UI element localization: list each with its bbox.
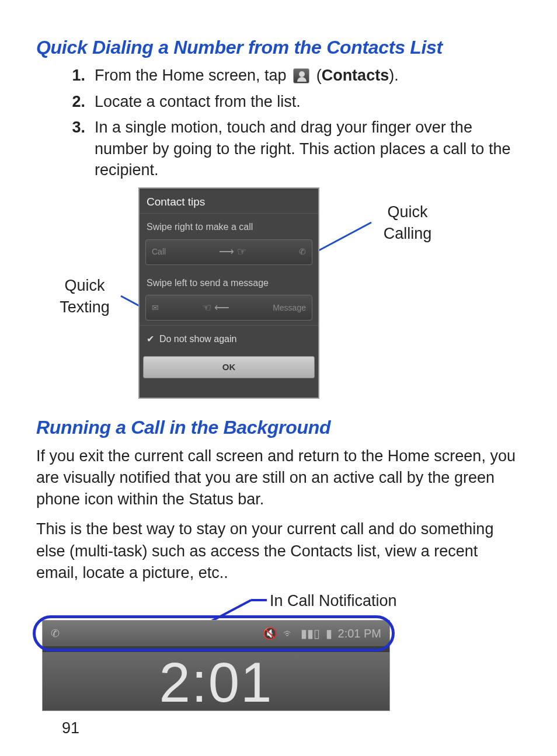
- heading-running-background: Running a Call in the Background: [36, 415, 521, 440]
- figure-in-call: In Call Notification ✆ 🔇 ᯤ ▮▮▯ ▮ 2:01 PM…: [36, 592, 521, 726]
- instruction-swipe-left: Swipe left to send a message: [140, 270, 318, 293]
- envelope-icon: ✉: [152, 302, 159, 313]
- step-number-2: 2.: [70, 91, 85, 112]
- step-number-3: 3.: [70, 117, 85, 180]
- label-in-call-notification: In Call Notification: [270, 590, 397, 611]
- arrow-left-icon: ☜ ⟵: [202, 301, 229, 315]
- heading-quick-dialing: Quick Dialing a Number from the Contacts…: [36, 35, 521, 60]
- checkmark-icon: ✔: [147, 334, 159, 344]
- figure-contact-tips: Quick Texting Quick Calling Contact tips…: [36, 187, 521, 403]
- call-swipe-bar: Call ⟶ ☞ ✆: [145, 239, 312, 265]
- call-label: Call: [152, 246, 166, 257]
- phone-screenshot-1: Contact tips Swipe right to make a call …: [138, 187, 319, 399]
- paragraph-1: If you exit the current call screen and …: [36, 445, 521, 511]
- phone-handset-icon: ✆: [299, 246, 306, 257]
- do-not-show-row: ✔ Do not show again: [140, 325, 318, 353]
- label-quick-texting: Quick Texting: [50, 275, 120, 318]
- step-2-text: Locate a contact from the list.: [95, 91, 521, 112]
- instruction-swipe-right: Swipe right to make a call: [140, 214, 318, 237]
- page-number: 91: [62, 717, 79, 738]
- step-1-text: From the Home screen, tap (Contacts).: [95, 65, 521, 86]
- ok-button: OK: [143, 356, 315, 378]
- step-1-bold: Contacts: [322, 67, 389, 84]
- status-bar-highlight-ring: [33, 615, 395, 652]
- dialog-header: Contact tips: [140, 189, 318, 214]
- steps-list: 1. From the Home screen, tap (Contacts).…: [36, 65, 521, 180]
- do-not-show-label: Do not show again: [159, 334, 237, 344]
- label-quick-calling: Quick Calling: [373, 201, 443, 244]
- step-number-1: 1.: [70, 65, 85, 86]
- paragraph-2: This is the best way to stay on your cur…: [36, 518, 521, 584]
- step-1-paren-open: (: [312, 67, 322, 84]
- step-1-pre: From the Home screen, tap: [95, 67, 291, 84]
- step-3-text: In a single motion, touch and drag your …: [95, 117, 521, 180]
- step-1-paren-close: ).: [389, 67, 399, 84]
- message-label: Message: [273, 302, 306, 313]
- contacts-icon: [293, 68, 309, 83]
- lock-screen-clock: 2:01: [43, 646, 389, 710]
- message-swipe-bar: ✉ ☜ ⟵ Message: [145, 295, 312, 320]
- arrow-right-icon: ⟶ ☞: [219, 245, 246, 259]
